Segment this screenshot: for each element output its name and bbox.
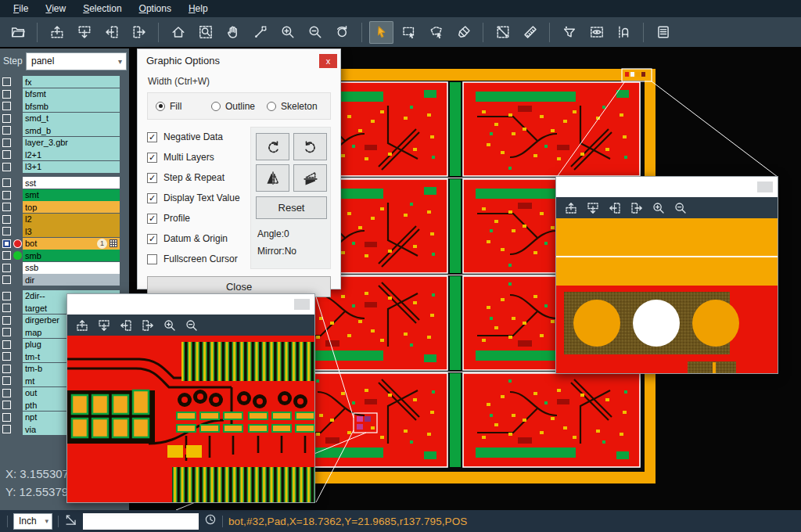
magnifier-window-right[interactable]	[555, 176, 778, 374]
layer-visibility-checkbox[interactable]	[2, 328, 11, 336]
zoom-in-button[interactable]	[652, 202, 665, 214]
layer-row-layer_3.gbr[interactable]: layer_3.gbr	[0, 137, 129, 149]
send-down-button[interactable]	[72, 21, 96, 44]
layer-visibility-checkbox[interactable]	[2, 389, 11, 397]
layer-visibility-checkbox[interactable]	[2, 227, 11, 235]
layer-visibility-checkbox[interactable]	[2, 126, 11, 135]
layer-row-smd_b[interactable]: smd_b	[0, 124, 129, 136]
layer-name[interactable]: smd_t	[23, 113, 120, 124]
layer-row-ssb[interactable]: ssb	[0, 262, 129, 274]
checkbox-profile[interactable]: ✓Profile	[147, 208, 250, 228]
clean-brush-button[interactable]	[451, 21, 476, 44]
filter-button[interactable]	[557, 21, 581, 44]
layer-visibility-checkbox[interactable]	[2, 203, 11, 211]
layer-visibility-checkbox[interactable]	[2, 425, 11, 433]
step-selector[interactable]: panel ▾	[26, 52, 127, 70]
layer-name[interactable]: fx	[23, 76, 120, 88]
layer-visibility-checkbox[interactable]	[2, 191, 11, 200]
layer-visibility-checkbox[interactable]	[2, 102, 11, 110]
layer-row-fx[interactable]: fx	[0, 76, 129, 88]
layer-name[interactable]: bfsmb	[23, 100, 120, 112]
layer-row-bot[interactable]: bot1	[0, 238, 129, 250]
layer-visibility-checkbox[interactable]	[2, 401, 11, 409]
checkbox-display-text-value[interactable]: ✓Display Text Value	[147, 188, 250, 208]
zoom-out-button[interactable]	[185, 319, 198, 332]
zoom-in-button[interactable]	[275, 21, 300, 44]
layer-row-sst[interactable]: sst	[0, 177, 129, 189]
menu-options[interactable]: Options	[131, 1, 180, 16]
rotate-cw-button[interactable]	[256, 133, 289, 160]
magnifier-menu-button[interactable]	[294, 299, 310, 310]
magnifier-window-bottom-left[interactable]	[66, 293, 315, 503]
dialog-close-button[interactable]: x	[319, 54, 337, 68]
layer-name[interactable]: l2	[23, 214, 120, 225]
layer-name[interactable]: smt	[23, 189, 120, 201]
menu-help[interactable]: Help	[180, 1, 217, 16]
layer-visibility-checkbox[interactable]	[2, 251, 11, 260]
view-eye-button[interactable]	[584, 21, 609, 44]
snap-magnet-button[interactable]	[612, 21, 636, 44]
layer-name[interactable]: bot1	[23, 238, 120, 250]
layer-name[interactable]: smd_b	[23, 124, 120, 136]
send-down-button[interactable]	[98, 319, 110, 332]
layer-visibility-checkbox[interactable]	[2, 178, 11, 187]
magnifier-content[interactable]	[556, 218, 778, 373]
layer-visibility-checkbox[interactable]	[2, 138, 11, 147]
layer-name[interactable]: sst	[23, 177, 120, 189]
send-right-button[interactable]	[630, 202, 643, 214]
send-right-button[interactable]	[142, 319, 154, 332]
layer-visibility-checkbox[interactable]	[2, 304, 11, 312]
refresh-icon[interactable]	[204, 513, 217, 529]
layer-visibility-checkbox[interactable]	[2, 316, 11, 325]
layer-row-l2[interactable]: l2	[0, 214, 129, 225]
magnifier-menu-button[interactable]	[757, 182, 773, 192]
zoom-previous-button[interactable]	[330, 21, 354, 44]
select-pointer-button[interactable]	[369, 21, 393, 44]
command-input[interactable]	[83, 513, 199, 530]
menu-view[interactable]: View	[37, 1, 74, 16]
send-up-button[interactable]	[45, 21, 69, 44]
layer-row-bfsmb[interactable]: bfsmb	[0, 100, 129, 112]
layers-panel-button[interactable]	[651, 21, 675, 44]
corner-snap-icon[interactable]	[64, 513, 77, 530]
layer-visibility-checkbox[interactable]	[2, 90, 11, 99]
layer-visibility-checkbox[interactable]	[2, 365, 11, 373]
checkbox-multi-layers[interactable]: ✓Multi Layers	[147, 147, 250, 167]
send-up-button[interactable]	[76, 319, 88, 332]
layer-visibility-checkbox[interactable]	[2, 77, 11, 86]
rotate-ccw-button[interactable]	[293, 133, 327, 160]
layer-visibility-checkbox[interactable]	[2, 275, 11, 284]
magnifier-titlebar[interactable]	[556, 177, 778, 197]
zoom-out-button[interactable]	[303, 21, 327, 44]
radio-skeleton[interactable]: Skeleton	[267, 101, 322, 112]
layer-visibility-checkbox[interactable]	[2, 264, 11, 272]
layer-visibility-checkbox[interactable]	[2, 292, 11, 300]
ruler-button[interactable]	[518, 21, 542, 44]
layer-name[interactable]: l3	[23, 225, 120, 237]
magnifier-content[interactable]	[67, 336, 314, 502]
layer-visibility-checkbox[interactable]	[2, 163, 11, 171]
send-left-button[interactable]	[609, 202, 621, 214]
send-left-button[interactable]	[99, 21, 124, 44]
layer-visibility-checkbox[interactable]	[2, 239, 11, 248]
layer-name[interactable]: l3+1	[23, 161, 120, 173]
zoom-in-button[interactable]	[163, 319, 176, 332]
layer-name[interactable]: ssb	[23, 262, 120, 274]
layer-name[interactable]: dir	[23, 274, 120, 286]
measure-line-button[interactable]	[490, 21, 515, 44]
layer-visibility-checkbox[interactable]	[2, 376, 11, 385]
graphic-options-dialog[interactable]: Graphic Options x Width (Ctrl+W) FillOut…	[137, 49, 341, 289]
menu-selection[interactable]: Selection	[74, 1, 130, 16]
checkbox-negative-data[interactable]: ✓Negative Data	[147, 127, 250, 147]
send-left-button[interactable]	[120, 319, 132, 332]
checkbox-step-repeat[interactable]: ✓Step & Repeat	[147, 167, 250, 188]
flip-vertical-button[interactable]	[293, 164, 327, 192]
menu-file[interactable]: File	[5, 1, 37, 16]
layer-row-bfsmt[interactable]: bfsmt	[0, 88, 129, 100]
zoom-out-button[interactable]	[674, 202, 687, 214]
layer-name[interactable]: layer_3.gbr	[23, 137, 120, 149]
layer-visibility-checkbox[interactable]	[2, 215, 11, 224]
open-folder-button[interactable]	[5, 21, 30, 44]
reset-button[interactable]: Reset	[256, 196, 327, 219]
layer-visibility-checkbox[interactable]	[2, 352, 11, 361]
